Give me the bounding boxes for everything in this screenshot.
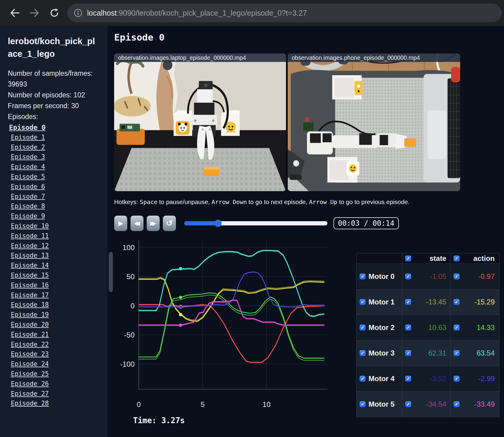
state-column-checkbox[interactable]: ✓ bbox=[405, 255, 411, 261]
checkbox[interactable]: ✓ bbox=[454, 401, 460, 407]
sidebar-episode-link[interactable]: Episode 3 bbox=[11, 152, 45, 162]
check-icon: ✓ bbox=[361, 274, 364, 279]
checkbox[interactable]: ✓ bbox=[360, 350, 366, 356]
browser-toolbar: localhost:9090/lerobot/koch_pick_place_1… bbox=[0, 0, 504, 26]
sidebar-episode-link[interactable]: Episode 7 bbox=[11, 192, 45, 202]
checkbox[interactable]: ✓ bbox=[405, 299, 411, 305]
sidebar-episode-link[interactable]: Episode 25 bbox=[11, 369, 49, 379]
sidebar-episode-link[interactable]: Episode 9 bbox=[11, 211, 45, 221]
reload-icon[interactable] bbox=[47, 5, 62, 20]
sidebar-episode-link[interactable]: Episode 10 bbox=[11, 221, 49, 231]
site-info-icon[interactable] bbox=[72, 7, 84, 19]
checkbox[interactable]: ✓ bbox=[405, 350, 411, 356]
check-icon: ✓ bbox=[361, 325, 364, 330]
loop-icon: ↺ bbox=[166, 219, 173, 228]
stat-samples: Number of samples/frames: 39693 bbox=[8, 68, 99, 90]
motor-label: Motor 2 bbox=[369, 323, 395, 332]
sidebar-episode-link[interactable]: Episode 8 bbox=[11, 201, 45, 211]
stat-fps: Frames per second: 30 bbox=[8, 100, 99, 111]
checkbox[interactable]: ✓ bbox=[405, 376, 411, 382]
video-frame-laptop[interactable] bbox=[114, 53, 286, 191]
y-tick-label: -50 bbox=[124, 331, 135, 339]
forward-icon[interactable] bbox=[27, 5, 42, 20]
action-column-checkbox[interactable]: ✓ bbox=[454, 255, 460, 261]
action-value: -33.49 bbox=[460, 400, 495, 408]
sidebar-episode-link[interactable]: Episode 26 bbox=[11, 379, 49, 389]
motor-chart[interactable]: 100500-50-1000510 bbox=[117, 236, 354, 423]
checkbox[interactable]: ✓ bbox=[454, 376, 460, 382]
action-value: -2.99 bbox=[460, 374, 495, 383]
checkbox[interactable]: ✓ bbox=[454, 325, 460, 331]
checkbox[interactable]: ✓ bbox=[360, 401, 366, 407]
sidebar-episode-link[interactable]: Episode 11 bbox=[11, 231, 49, 241]
checkbox[interactable]: ✓ bbox=[454, 274, 460, 280]
video-filename: observation.images.phone_episode_000000.… bbox=[288, 53, 460, 62]
sidebar-episode-link[interactable]: Episode 15 bbox=[11, 270, 49, 280]
sidebar-episode-link[interactable]: Episode 13 bbox=[11, 251, 49, 261]
video-phone-camera[interactable]: observation.images.phone_episode_000000.… bbox=[288, 53, 460, 191]
sidebar-episode-link[interactable]: Episode 14 bbox=[11, 261, 49, 270]
checkbox[interactable]: ✓ bbox=[360, 325, 366, 331]
sidebar-episode-link[interactable]: Episode 19 bbox=[11, 310, 49, 320]
series-state-motor-2 bbox=[139, 295, 324, 360]
x-tick-label: 10 bbox=[263, 400, 271, 408]
current-time-dot bbox=[179, 296, 182, 299]
sidebar-episode-link[interactable]: Episode 16 bbox=[11, 280, 49, 290]
checkbox[interactable]: ✓ bbox=[405, 325, 411, 331]
rewind-button[interactable]: ◀◀ bbox=[130, 215, 144, 231]
sidebar-episode-link[interactable]: Episode 1 bbox=[11, 133, 45, 142]
sidebar-episode-link[interactable]: Episode 12 bbox=[11, 241, 49, 251]
check-icon: ✓ bbox=[406, 300, 410, 304]
motor-label-cell: ✓Motor 3 bbox=[357, 341, 402, 366]
series-action-motor-0 bbox=[139, 304, 324, 362]
checkbox[interactable]: ✓ bbox=[405, 401, 411, 407]
back-icon[interactable] bbox=[7, 5, 22, 20]
check-icon: ✓ bbox=[406, 377, 410, 381]
sidebar-episode-link[interactable]: Episode 2 bbox=[11, 142, 45, 152]
motor-label-cell: ✓Motor 4 bbox=[357, 366, 402, 391]
video-laptop-camera[interactable]: observation.images.laptop_episode_000000… bbox=[114, 53, 286, 191]
sidebar-episode-link[interactable]: Episode 17 bbox=[11, 290, 49, 300]
check-icon: ✓ bbox=[361, 351, 364, 355]
checkbox[interactable]: ✓ bbox=[454, 299, 460, 305]
loop-button[interactable]: ↺ bbox=[163, 215, 176, 231]
check-icon: ✓ bbox=[455, 351, 458, 355]
action-value-cell: ✓-15.29 bbox=[451, 289, 499, 315]
sidebar-episode-link[interactable]: Episode 6 bbox=[11, 182, 45, 192]
play-icon: ▶ bbox=[118, 220, 123, 227]
video-frame-phone[interactable] bbox=[288, 53, 460, 191]
sidebar-episode-link[interactable]: Episode 22 bbox=[11, 340, 49, 350]
sidebar-episode-link[interactable]: Episode 4 bbox=[11, 162, 45, 172]
checkbox[interactable]: ✓ bbox=[360, 376, 366, 382]
checkbox[interactable]: ✓ bbox=[360, 274, 366, 280]
sidebar-episode-link[interactable]: Episode 20 bbox=[11, 320, 49, 330]
sidebar-episode-link[interactable]: Episode 24 bbox=[11, 359, 49, 369]
episode-list: Episode 0Episode 1Episode 2Episode 3Epis… bbox=[0, 123, 108, 408]
play-button[interactable]: ▶ bbox=[114, 215, 127, 231]
fast-forward-button[interactable]: ▶▶ bbox=[147, 215, 160, 231]
sidebar-episode-link[interactable]: Episode 21 bbox=[11, 330, 49, 340]
checkbox[interactable]: ✓ bbox=[360, 299, 366, 305]
seek-slider-thumb[interactable] bbox=[214, 220, 222, 227]
state-value-cell: ✓10.63 bbox=[402, 315, 451, 340]
sidebar-episode-link[interactable]: Episode 27 bbox=[11, 389, 49, 399]
check-icon: ✓ bbox=[406, 402, 410, 406]
sidebar-episode-link[interactable]: Episode 23 bbox=[11, 349, 49, 359]
motor-row: ✓Motor 3✓62.31✓63.54 bbox=[357, 341, 499, 366]
scrollbar-thumb[interactable] bbox=[109, 252, 113, 292]
checkbox[interactable]: ✓ bbox=[405, 274, 411, 280]
sidebar-episode-link[interactable]: Episode 5 bbox=[11, 172, 45, 182]
seek-slider[interactable] bbox=[184, 221, 327, 225]
state-value-cell: ✓-3.52 bbox=[402, 366, 451, 391]
check-icon: ✓ bbox=[406, 351, 410, 355]
motor-label: Motor 3 bbox=[369, 349, 395, 357]
sidebar-episode-link[interactable]: Episode 18 bbox=[11, 300, 49, 310]
sidebar-episode-link[interactable]: Episode 0 bbox=[9, 123, 46, 133]
check-icon: ✓ bbox=[406, 274, 410, 279]
check-icon: ✓ bbox=[361, 402, 364, 406]
x-tick-label: 5 bbox=[201, 400, 205, 408]
address-bar[interactable]: localhost:9090/lerobot/koch_pick_place_1… bbox=[67, 4, 502, 22]
checkbox[interactable]: ✓ bbox=[454, 350, 460, 356]
sidebar-episode-link[interactable]: Episode 28 bbox=[11, 399, 49, 408]
action-value-cell: ✓-2.99 bbox=[451, 366, 499, 391]
